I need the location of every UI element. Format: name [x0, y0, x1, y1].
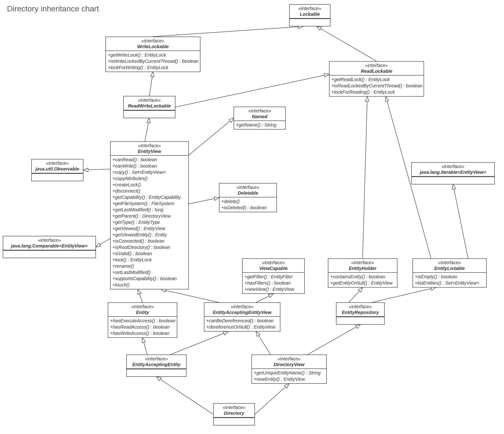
uml-box-Named: «interface»Named+getName() : String — [234, 107, 286, 129]
uml-header: «interface»EntityListable — [413, 259, 486, 273]
uml-method: +lockForReading() : EntityLock — [331, 89, 422, 95]
generalization-edge — [149, 72, 153, 96]
uml-method: +isReadLockedByCurrentThread() : boolean — [331, 83, 422, 89]
stereotype: «interface» — [110, 304, 175, 310]
uml-method: +disconnect() — [112, 188, 187, 194]
uml-box-ViewCapable: «interface»ViewCapable+getFilter() : Ent… — [242, 258, 305, 294]
class-name: EntityListable — [415, 266, 484, 271]
class-name: java.util.Observable — [34, 166, 81, 172]
stereotype: «interface» — [415, 260, 484, 266]
stereotype: «interface» — [216, 405, 252, 410]
uml-box-EntityView: «interface»EntityView+canRead() : boolea… — [110, 141, 189, 289]
uml-header: «interface»EntityView — [110, 142, 188, 156]
uml-method: +getType() : EntityType — [112, 219, 187, 226]
class-name: java.lang.Iterable<EntityView> — [414, 169, 492, 175]
uml-empty-body — [127, 369, 186, 376]
uml-method: +copyAttributes() — [112, 175, 187, 182]
uml-box-Comparable: «interface»java.lang.Comparable<EntityVi… — [3, 236, 96, 258]
stereotype: «interface» — [236, 108, 283, 114]
stereotype: «interface» — [129, 356, 184, 362]
uml-box-ReadWriteLockable: «interface»ReadWriteLockable — [123, 96, 175, 118]
uml-method: +getUniqueEntityName() : String — [254, 370, 324, 376]
uml-box-EntityAcceptingEntity: «interface»EntityAcceptingEntity — [126, 354, 187, 377]
uml-body: +canRead() : boolean+canWrite() : boolea… — [110, 156, 188, 289]
class-name: Deletable — [221, 190, 275, 196]
stereotype: «interface» — [291, 6, 328, 11]
generalization-edge — [255, 384, 289, 414]
class-name: EntityView — [112, 149, 187, 154]
stereotype: «interface» — [331, 63, 422, 68]
generalization-edge — [189, 118, 234, 155]
uml-method: +containsEntity() : boolean — [330, 274, 395, 280]
uml-method: +getCapability() : EntityCapability — [112, 194, 187, 200]
uml-header: «interface»Named — [234, 107, 285, 121]
uml-method: +listEntities() : Set<EntityView> — [415, 280, 484, 286]
stereotype: «interface» — [254, 356, 324, 362]
uml-box-Deletable: «interface»Deletable+delete()+isDeleted(… — [219, 183, 277, 212]
class-name: WriteLockable — [108, 44, 198, 50]
uml-box-Iterable: «interface»java.lang.Iterable<EntityView… — [411, 162, 495, 184]
class-name: ReadLockable — [331, 68, 422, 74]
generalization-edge — [363, 97, 367, 258]
class-name: EntityHolder — [330, 266, 395, 271]
class-name: ViewCapable — [244, 266, 302, 271]
uml-method: +getReadLock() : EntityLock — [331, 76, 422, 83]
uml-body: +getUniqueEntityName() : String+newEntit… — [252, 369, 326, 383]
uml-body: +canBeDereferenced() : boolean+dereferen… — [204, 317, 280, 331]
class-name: EntityRepository — [338, 310, 382, 315]
uml-method: +isRootDirectory() : boolean — [112, 244, 187, 251]
uml-method: +lockForWriting() : EntityLock — [108, 64, 198, 71]
stereotype: «interface» — [330, 260, 395, 266]
uml-method: +hasReadAccess() : boolean — [110, 324, 175, 330]
uml-box-EntityRepository: «interface»EntityRepository — [336, 302, 385, 325]
uml-body: +getFilter() : EntityFilter+hasFilters()… — [243, 273, 304, 293]
class-name: DirectoryView — [254, 362, 324, 368]
uml-method: +hasExecuteAccess() : boolean — [110, 318, 175, 324]
stereotype: «interface» — [34, 160, 81, 166]
diagram-canvas: Directory inheritance chart «interface»L… — [0, 0, 504, 434]
uml-method: +hasFilters() : boolean — [244, 280, 302, 286]
generalization-edge — [145, 118, 149, 141]
uml-empty-body — [336, 317, 384, 324]
uml-body: +isEmpty() : boolean+listEntities() : Se… — [413, 273, 486, 287]
stereotype: «interface» — [5, 237, 94, 243]
uml-body: +getWriteLock() : EntityLock+isWriteLock… — [106, 51, 200, 72]
uml-method: +isEmpty() : boolean — [415, 274, 484, 280]
uml-method: +setLastModified() — [112, 269, 187, 276]
uml-method: +getFileSystem() : FileSystem — [112, 200, 187, 207]
class-name: ReadWriteLockable — [126, 103, 173, 109]
uml-header: «interface»Directory — [214, 404, 254, 417]
uml-method: +getName() : String — [236, 122, 283, 128]
generalization-edge — [317, 27, 377, 61]
uml-method: +touch() — [112, 282, 187, 288]
class-name: EntityAcceptingEntity — [129, 362, 184, 368]
uml-header: «interface»java.util.Observable — [32, 159, 83, 173]
uml-method: +delete() — [221, 198, 275, 205]
uml-body: +hasExecuteAccess() : boolean+hasReadAcc… — [108, 317, 177, 337]
uml-box-Observable: «interface»java.util.Observable — [31, 159, 83, 181]
uml-method: +canRead() : boolean — [112, 157, 187, 163]
generalization-edge — [349, 288, 363, 302]
uml-header: «interface»java.lang.Iterable<EntityView… — [412, 163, 494, 177]
uml-header: «interface»EntityHolder — [328, 259, 397, 273]
class-name: EntityAcceptingEntityView — [206, 310, 278, 315]
stereotype: «interface» — [126, 97, 173, 103]
uml-empty-body — [290, 18, 330, 26]
generalization-edge — [308, 325, 360, 354]
class-name: java.lang.Comparable<EntityView> — [5, 243, 94, 249]
uml-method: +getViewedEntity() : Entity — [112, 232, 187, 238]
generalization-edge — [143, 338, 147, 354]
uml-body: +getName() : String — [234, 121, 285, 129]
uml-box-EntityAcceptingEntityView: «interface»EntityAcceptingEntityView+can… — [204, 302, 280, 332]
uml-method: +canWrite() : boolean — [112, 163, 187, 169]
uml-method: +supportsCapability() : boolean — [112, 276, 187, 282]
uml-method: +isConnected() : boolean — [112, 238, 187, 244]
uml-method: +canBeDereferenced() : boolean — [206, 318, 278, 324]
generalization-edge — [161, 289, 219, 302]
generalization-edge — [96, 239, 110, 247]
generalization-edge — [189, 198, 219, 204]
uml-box-ReadLockable: «interface»ReadLockable+getReadLock() : … — [329, 61, 424, 97]
uml-header: «interface»ViewCapable — [243, 259, 304, 273]
uml-box-Entity: «interface»Entity+hasExecuteAccess() : b… — [108, 302, 177, 338]
uml-method: +newEntity() : EntityView — [254, 376, 324, 382]
